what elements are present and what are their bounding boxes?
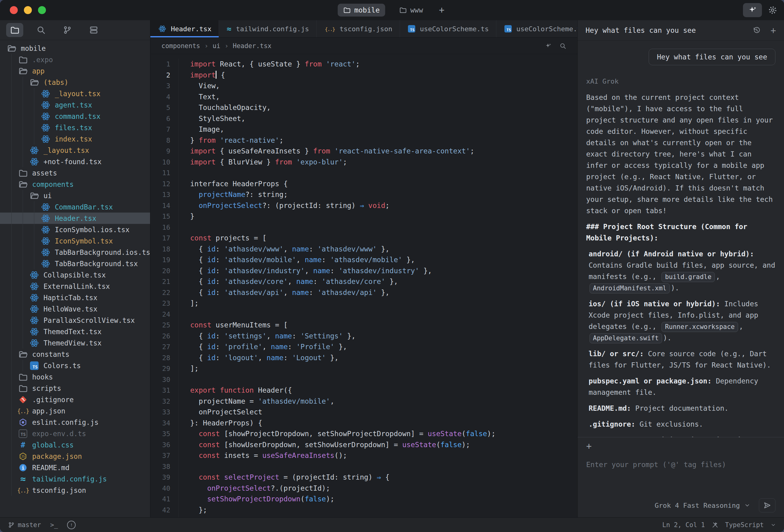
indent-guide: [23, 247, 23, 258]
tree-item-CommandBar.tsx[interactable]: CommandBar.tsx: [0, 201, 150, 213]
prompt-composer[interactable]: + Enter your prompt ('@' tag files) Grok…: [578, 437, 784, 517]
tree-item-agent.tsx[interactable]: agent.tsx: [0, 99, 150, 111]
tree-item-eslint.config.js[interactable]: eslint.config.js: [0, 417, 150, 428]
tree-item-app.json[interactable]: {..}app.json: [0, 405, 150, 417]
history-icon[interactable]: [753, 26, 761, 34]
tree-item-ui[interactable]: ui: [0, 190, 150, 201]
code-editor[interactable]: 1234567891011121314151617181920212223242…: [150, 54, 577, 517]
chevron-down-icon[interactable]: [771, 522, 776, 528]
settings-gear-icon[interactable]: [768, 5, 777, 15]
tree-item-HapticTab.tsx[interactable]: HapticTab.tsx: [0, 292, 150, 303]
tree-item-TabBarBackground.ios.tsx[interactable]: TabBarBackground.ios.tsx: [0, 247, 150, 258]
tree-item-files.tsx[interactable]: files.tsx: [0, 122, 150, 133]
prompt-input-placeholder[interactable]: Enter your prompt ('@' tag files): [586, 460, 776, 469]
inline-assist-icon[interactable]: [545, 43, 552, 49]
tree-item-scripts[interactable]: scripts: [0, 383, 150, 394]
tree-item-label: IconSymbol.tsx: [55, 237, 113, 245]
tree-item-expo-env.d.ts[interactable]: TSexpo-env.d.ts: [0, 428, 150, 439]
tree-item-tsconfig.json[interactable]: {..}tsconfig.json: [0, 484, 150, 496]
tree-item-ThemedText.tsx[interactable]: ThemedText.tsx: [0, 326, 150, 337]
tree-item-README.md[interactable]: iREADME.md: [0, 462, 150, 473]
attach-plus-icon[interactable]: +: [586, 442, 776, 451]
tree-item-mobile[interactable]: mobile: [0, 43, 150, 54]
breadcrumb[interactable]: components › ui › Header.tsx: [150, 38, 577, 54]
breadcrumb-segment[interactable]: components: [161, 42, 200, 50]
folder-icon: [18, 384, 28, 393]
indent-guide: [23, 224, 23, 235]
editor-tab-Header.tsx[interactable]: Header.tsx: [150, 20, 219, 37]
minimize-window-button[interactable]: [24, 6, 32, 14]
file-type-ts-icon: TS: [29, 361, 39, 371]
tree-item-command.tsx[interactable]: command.tsx: [0, 111, 150, 122]
editor-tab-tailwind.config.js[interactable]: ≈tailwind.config.js: [219, 20, 316, 37]
terminal-toggle-icon[interactable]: >_: [50, 521, 58, 529]
editor-tab-useColorScheme.ts[interactable]: TSuseColorScheme.ts: [400, 20, 497, 37]
files-icon[interactable]: [6, 23, 23, 37]
tree-item-ThemedView.tsx[interactable]: ThemedView.tsx: [0, 337, 150, 348]
code-line: const insets = useSafeAreaInsets();: [190, 450, 496, 461]
buffer-search-icon[interactable]: [560, 43, 566, 49]
model-selector[interactable]: Grok 4 Fast Reasoning: [655, 502, 740, 509]
send-button[interactable]: [759, 498, 776, 512]
zoom-window-button[interactable]: [38, 6, 46, 14]
project-tabs: mobilewww+: [338, 0, 447, 20]
diagnostics-icon[interactable]: !: [67, 521, 76, 529]
indent-guide: [23, 99, 23, 111]
assistant-toggle-button[interactable]: [743, 3, 762, 17]
breadcrumb-segment[interactable]: ui: [213, 42, 220, 50]
file-type-git-icon: [18, 395, 28, 404]
chevron-down-icon[interactable]: [744, 502, 750, 508]
new-thread-plus-icon[interactable]: +: [771, 25, 776, 36]
git-branch-icon: [8, 522, 15, 528]
add-project-button[interactable]: +: [437, 5, 446, 15]
close-window-button[interactable]: [10, 6, 18, 14]
indent-guide: [23, 314, 23, 326]
code-content[interactable]: import React, { useState } from 'react';…: [178, 59, 496, 517]
tree-item-components[interactable]: components: [0, 178, 150, 190]
project-tab-mobile[interactable]: mobile: [338, 4, 385, 17]
cursor-position[interactable]: Ln 2, Col 1: [662, 521, 705, 529]
tree-item-Header.tsx[interactable]: Header.tsx: [0, 213, 150, 224]
breadcrumb-segment[interactable]: Header.tsx: [233, 42, 271, 50]
tree-item-Colors.ts[interactable]: TSColors.ts: [0, 360, 150, 371]
project-tab-www[interactable]: www: [394, 4, 429, 17]
tree-item-.expo[interactable]: .expo: [0, 54, 150, 65]
edit-prediction-disabled-icon[interactable]: [712, 522, 719, 528]
tree-item-IconSymbol.ios.tsx[interactable]: IconSymbol.ios.tsx: [0, 224, 150, 235]
language-selector[interactable]: TypeScript: [725, 521, 764, 529]
tree-item-ParallaxScrollView.tsx[interactable]: ParallaxScrollView.tsx: [0, 314, 150, 326]
assistant-block-item: ios/ (if iOS native or hybrid): Includes…: [586, 298, 776, 344]
tree-item-TabBarBackground.tsx[interactable]: TabBarBackground.tsx: [0, 258, 150, 269]
tree-item-package.json[interactable]: JSpackage.json: [0, 451, 150, 462]
code-line: }: HeaderProps) {: [190, 418, 496, 429]
tree-item-label: (tabs): [44, 78, 68, 86]
assistant-block-item: .gitignore: Git exclusions.: [586, 419, 776, 430]
tree-item-HelloWave.tsx[interactable]: HelloWave.tsx: [0, 303, 150, 314]
tree-item-_layout.tsx[interactable]: _layout.tsx: [0, 88, 150, 99]
tab-label: useColorScheme.web.ts: [516, 25, 577, 33]
tree-item-.gitignore[interactable]: .gitignore: [0, 394, 150, 405]
server-icon[interactable]: [85, 23, 102, 37]
tree-item-index.tsx[interactable]: index.tsx: [0, 133, 150, 145]
editor-tab-useColorScheme.web.ts[interactable]: TSuseColorScheme.web.ts: [497, 20, 577, 37]
tree-item-app[interactable]: app: [0, 65, 150, 77]
git-branch-indicator[interactable]: master: [8, 521, 41, 529]
tree-item-tailwind.config.js[interactable]: ≈tailwind.config.js: [0, 473, 150, 484]
tree-item-assets[interactable]: assets: [0, 167, 150, 178]
tree-item-global.css[interactable]: #global.css: [0, 439, 150, 451]
search-icon[interactable]: [32, 23, 50, 37]
tree-item-constants[interactable]: constants: [0, 348, 150, 360]
chat-scroll-area[interactable]: Hey what files can you see xAI Grok Base…: [578, 41, 784, 437]
tree-item-ExternalLink.tsx[interactable]: ExternalLink.tsx: [0, 281, 150, 292]
assistant-block-item: README.md: Project documentation.: [586, 403, 776, 414]
tree-item-(tabs)[interactable]: (tabs): [0, 77, 150, 88]
editor-tab-tsconfig.json[interactable]: {..}tsconfig.json: [317, 20, 400, 37]
tree-item-_layout.tsx[interactable]: _layout.tsx: [0, 145, 150, 156]
file-type-ts-icon: TS: [408, 25, 415, 32]
tree-item-IconSymbol.tsx[interactable]: IconSymbol.tsx: [0, 235, 150, 247]
code-line: [190, 309, 496, 320]
tree-item-hooks[interactable]: hooks: [0, 371, 150, 383]
tree-item-+not-found.tsx[interactable]: +not-found.tsx: [0, 156, 150, 167]
tree-item-Collapsible.tsx[interactable]: Collapsible.tsx: [0, 269, 150, 281]
git-branch-icon[interactable]: [59, 23, 76, 37]
